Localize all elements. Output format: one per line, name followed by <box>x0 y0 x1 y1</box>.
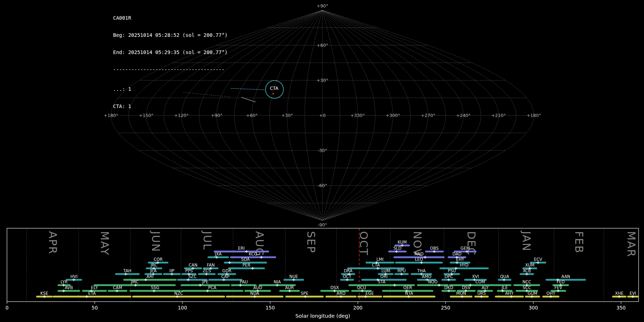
shower-label-AAN: AAN <box>561 274 570 279</box>
peak-marker-JPE <box>199 284 201 287</box>
shower-bar-CAP <box>208 279 242 281</box>
lon-label: +180° <box>527 113 541 118</box>
shower-label-EHY: EHY <box>456 257 464 262</box>
shower-label-EVI: EVI <box>630 291 636 296</box>
shower-label-ZCS: ZCS <box>203 268 211 273</box>
shower-label-NTA: NTA <box>405 291 413 296</box>
shower-label-NOO: NOO <box>428 279 438 284</box>
beg-line: Beg: 20251014 05:28:52 (sol = 200.77°) <box>113 32 228 38</box>
shower-label-OBS: OBS <box>430 246 439 251</box>
meteor-shower-plot: CA001R Beg: 20251014 05:28:52 (sol = 200… <box>0 0 644 322</box>
shower-label-JMC: JMC <box>131 279 138 284</box>
shower-label-XCB: XCB <box>523 268 531 273</box>
shower-bar-ERI <box>214 251 269 253</box>
shower-label-CAM: CAM <box>113 285 122 290</box>
shower-label-ORI: ORI <box>380 274 387 279</box>
shower-bar-ETA <box>53 296 131 298</box>
shower-label-LMI: LMI <box>376 257 384 262</box>
shower-bar-AAN <box>546 279 586 281</box>
shower-label-ERI: ERI <box>238 246 245 251</box>
lon-label: +210° <box>491 113 506 118</box>
shower-label-SDA: SDA <box>241 257 250 262</box>
shower-label-COR: COR <box>153 257 162 262</box>
shower-bar-AVB <box>58 290 80 292</box>
peak-marker-ERI <box>245 250 248 253</box>
lon-label: +30° <box>281 113 293 118</box>
shower-label-DRA: DRA <box>344 268 352 273</box>
shower-label-JEA: JEA <box>150 268 157 273</box>
shower-label-AUD: AUD <box>253 285 262 290</box>
lon-label: +60° <box>246 113 258 118</box>
separator-line: ------------------------------------- <box>113 67 228 72</box>
shower-label-MON: MON <box>456 291 466 296</box>
lon-label: +330° <box>350 113 365 118</box>
x-axis-title: Solar longitude (deg) <box>296 313 350 319</box>
run-info: CA001R Beg: 20251014 05:28:52 (sol = 200… <box>113 4 228 121</box>
shower-label-COM: COM <box>475 279 485 284</box>
x-tick-label: 150 <box>265 305 275 311</box>
shower-label-IIP: IIP <box>170 268 175 273</box>
shower-label-QUA: QUA <box>500 274 509 279</box>
x-tick-label: 50 <box>92 305 98 311</box>
shower-label-AMO: AMO <box>422 274 431 279</box>
shower-bar-PAU <box>231 284 257 286</box>
lat-label: -60° <box>318 183 327 188</box>
shower-bar-NOO <box>417 284 449 286</box>
shower-label-URS: URS <box>477 291 486 296</box>
shower-label-DSX: DSX <box>330 285 339 290</box>
lon-label: +300° <box>386 113 400 118</box>
month-label: JUL <box>201 230 214 250</box>
shower-label-SSG: SSG <box>151 285 160 290</box>
shower-label-XHE: XHE <box>615 291 624 296</box>
count-cta: CTA: 1 <box>113 103 228 109</box>
shower-label-AND: AND <box>414 252 423 257</box>
plot-canvas: +180°+150°+120°+90°+60°+30°+0+330°+300°+… <box>0 0 644 322</box>
shower-label-KSE: KSE <box>40 291 48 296</box>
shower-label-FED: FED <box>557 279 565 284</box>
shower-bar-TAH <box>115 273 140 275</box>
shower-bar-AHY <box>495 296 524 298</box>
shower-label-NZC: NZC <box>174 291 183 296</box>
month-label: MAR <box>625 231 638 257</box>
month-label: FEB <box>573 231 585 254</box>
shower-label-PAU: PAU <box>240 279 248 284</box>
shower-label-NIA: NIA <box>274 279 281 284</box>
lat-label: -30° <box>318 148 327 153</box>
shower-bar-PCA <box>181 290 243 292</box>
shower-label-SPE: SPE <box>301 291 308 296</box>
shower-label-OCT: OCT <box>343 274 352 279</box>
month-label: SEP <box>305 231 317 253</box>
month-label: JUN <box>150 230 162 252</box>
lat-label: +30° <box>317 78 328 83</box>
shower-label-AUR: AUR <box>285 285 294 290</box>
peak-marker-PER <box>251 267 254 270</box>
shower-label-HVI: HVI <box>70 274 78 279</box>
shower-label-KUM: KUM <box>397 240 407 245</box>
lon-label: +240° <box>456 113 471 118</box>
x-tick-label: 0 <box>5 305 9 311</box>
shower-label-JXA: JXA <box>214 252 221 257</box>
shower-label-PCA: PCA <box>208 285 216 290</box>
shower-label-DAD: DAD <box>453 252 462 257</box>
shower-label-CAN: CAN <box>189 263 197 268</box>
count-unassociated: ...: 1 <box>113 86 228 92</box>
shower-label-JLE: JLE <box>501 285 508 290</box>
shower-label-KCG: KCG <box>249 252 257 257</box>
x-tick-label: 350 <box>616 305 626 311</box>
shower-bar-HYD <box>439 268 489 269</box>
shower-label-GUM: GUM <box>528 291 537 296</box>
peak-marker-NOO <box>438 284 440 287</box>
shower-label-ALY: ALY <box>482 285 489 290</box>
shower-label-PPS: PPS <box>185 268 193 273</box>
lon-label: +270° <box>421 113 435 118</box>
peak-marker-ETA <box>86 295 88 298</box>
shower-label-CTA: CTA <box>372 263 380 268</box>
shower-label-RPU: RPU <box>397 268 406 273</box>
shower-label-LEO: LEO <box>415 257 423 262</box>
shower-label-NUE: NUE <box>289 274 298 279</box>
shower-label-ELY: ELY <box>91 285 98 290</box>
x-tick-label: 250 <box>441 305 450 311</box>
shower-label-SCC: SCC <box>523 285 531 290</box>
shower-label-EGE: EGE <box>366 291 374 296</box>
shower-label-DKD: DKD <box>444 285 453 290</box>
